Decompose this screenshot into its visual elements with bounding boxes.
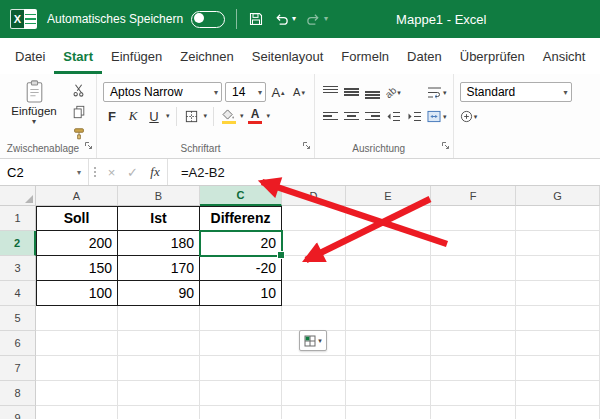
- column-header-D[interactable]: D: [282, 186, 346, 206]
- cell-D7[interactable]: [282, 356, 346, 381]
- cut-button[interactable]: [68, 82, 90, 98]
- clipboard-dialog-launcher[interactable]: [84, 136, 93, 154]
- cell-F2[interactable]: [431, 231, 516, 256]
- increase-indent-button[interactable]: [405, 106, 423, 126]
- font-color-button[interactable]: A: [247, 109, 264, 124]
- cell-B8[interactable]: [118, 381, 200, 406]
- accounting-format-button[interactable]: ▾: [460, 106, 478, 126]
- tab-daten[interactable]: Daten: [398, 38, 451, 74]
- cell-D8[interactable]: [282, 381, 346, 406]
- tab-einfuegen[interactable]: Einfügen: [102, 38, 171, 74]
- cell-F6[interactable]: [431, 331, 516, 356]
- row-header-9[interactable]: 9: [0, 406, 36, 419]
- insert-function-button[interactable]: fx: [143, 164, 167, 180]
- formula-bar-handle[interactable]: [89, 167, 101, 177]
- copy-button[interactable]: [68, 104, 90, 120]
- cell-E9[interactable]: [346, 406, 431, 419]
- cell-F4[interactable]: [431, 281, 516, 306]
- cell-C6[interactable]: [200, 331, 282, 356]
- tab-seitenlayout[interactable]: Seitenlayout: [243, 38, 333, 74]
- number-format-combo[interactable]: Standard ▾: [460, 82, 572, 102]
- cell-E3[interactable]: [346, 256, 431, 281]
- cell-G2[interactable]: [516, 231, 600, 256]
- cell-A6[interactable]: [36, 331, 118, 356]
- decrease-indent-button[interactable]: [384, 106, 402, 126]
- paste-dropdown-icon[interactable]: ▾: [32, 118, 36, 126]
- column-header-G[interactable]: G: [516, 186, 600, 206]
- cell-F5[interactable]: [431, 306, 516, 331]
- font-color-dropdown-icon[interactable]: ▾: [267, 112, 271, 120]
- cell-B4[interactable]: 90: [118, 281, 200, 306]
- font-name-dropdown-icon[interactable]: ▾: [210, 88, 218, 97]
- tab-ansicht[interactable]: Ansicht: [534, 38, 595, 74]
- font-size-dropdown-icon[interactable]: ▾: [254, 88, 262, 97]
- cell-A8[interactable]: [36, 381, 118, 406]
- merge-center-button[interactable]: ▾: [426, 106, 447, 126]
- fill-color-dropdown-icon[interactable]: ▾: [240, 112, 244, 120]
- cell-A7[interactable]: [36, 356, 118, 381]
- row-header-1[interactable]: 1: [0, 206, 36, 231]
- paste-button[interactable]: Einfügen ▾: [6, 79, 62, 142]
- wrap-text-button[interactable]: ▾: [427, 82, 447, 102]
- cell-D1[interactable]: [282, 206, 346, 231]
- italic-button[interactable]: K: [124, 106, 142, 126]
- row-header-8[interactable]: 8: [0, 381, 36, 406]
- cell-B1[interactable]: Ist: [118, 206, 200, 231]
- cell-G4[interactable]: [516, 281, 600, 306]
- name-box-dropdown-icon[interactable]: ▾: [77, 168, 81, 177]
- align-top-button[interactable]: [321, 82, 339, 102]
- cell-C8[interactable]: [200, 381, 282, 406]
- cell-F9[interactable]: [431, 406, 516, 419]
- column-header-A[interactable]: A: [36, 186, 118, 206]
- cell-B5[interactable]: [118, 306, 200, 331]
- cell-D2[interactable]: [282, 231, 346, 256]
- cell-E7[interactable]: [346, 356, 431, 381]
- borders-button[interactable]: [183, 106, 201, 126]
- cell-G3[interactable]: [516, 256, 600, 281]
- align-right-button[interactable]: [363, 106, 381, 126]
- cell-F3[interactable]: [431, 256, 516, 281]
- cell-G8[interactable]: [516, 381, 600, 406]
- wrap-text-dropdown-icon[interactable]: ▾: [443, 89, 447, 96]
- align-left-button[interactable]: [321, 106, 339, 126]
- font-size-combo[interactable]: 14 ▾: [225, 82, 266, 102]
- cell-B2[interactable]: 180: [118, 231, 200, 256]
- redo-button[interactable]: ▾: [306, 12, 328, 27]
- cell-D5[interactable]: [282, 306, 346, 331]
- cell-E6[interactable]: [346, 331, 431, 356]
- cell-C3[interactable]: -20: [200, 256, 282, 281]
- cell-E4[interactable]: [346, 281, 431, 306]
- redo-dropdown-icon[interactable]: ▾: [324, 15, 328, 23]
- cell-B7[interactable]: [118, 356, 200, 381]
- cell-D4[interactable]: [282, 281, 346, 306]
- cell-D3[interactable]: [282, 256, 346, 281]
- cell-C4[interactable]: 10: [200, 281, 282, 306]
- fill-color-button[interactable]: [220, 109, 237, 124]
- row-header-6[interactable]: 6: [0, 331, 36, 356]
- align-center-button[interactable]: [342, 106, 360, 126]
- cell-B9[interactable]: [118, 406, 200, 419]
- underline-button[interactable]: U: [145, 106, 163, 126]
- alignment-dialog-launcher[interactable]: [441, 136, 450, 154]
- cell-G7[interactable]: [516, 356, 600, 381]
- increase-font-button[interactable]: A▴: [269, 82, 287, 102]
- merge-dropdown-icon[interactable]: ▾: [443, 113, 447, 120]
- save-button[interactable]: [248, 11, 264, 27]
- cell-A2[interactable]: 200: [36, 231, 118, 256]
- undo-dropdown-icon[interactable]: ▾: [292, 15, 296, 23]
- number-format-dropdown-icon[interactable]: ▾: [560, 88, 568, 97]
- cell-C9[interactable]: [200, 406, 282, 419]
- auto-fill-options-button[interactable]: ▾: [299, 330, 327, 351]
- cell-F7[interactable]: [431, 356, 516, 381]
- enter-button[interactable]: ✓: [122, 165, 143, 180]
- align-middle-button[interactable]: [342, 82, 360, 102]
- tab-datei[interactable]: Datei: [6, 38, 54, 74]
- row-header-3[interactable]: 3: [0, 256, 36, 281]
- row-header-5[interactable]: 5: [0, 306, 36, 331]
- cell-A5[interactable]: [36, 306, 118, 331]
- cell-G9[interactable]: [516, 406, 600, 419]
- cell-G6[interactable]: [516, 331, 600, 356]
- cell-D9[interactable]: [282, 406, 346, 419]
- cell-A4[interactable]: 100: [36, 281, 118, 306]
- orientation-button[interactable]: ab ▾: [384, 82, 402, 102]
